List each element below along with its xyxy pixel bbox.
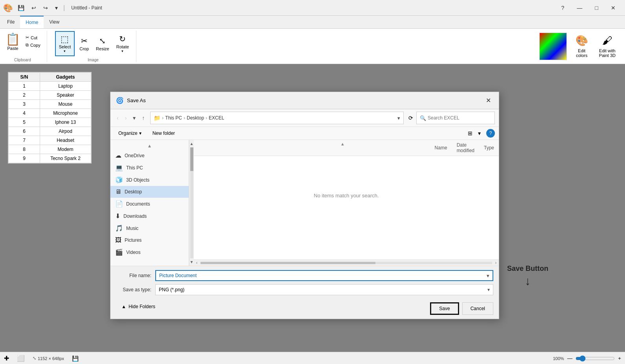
cell-sn: 4 bbox=[9, 109, 40, 118]
col-header-name[interactable]: Name bbox=[430, 140, 452, 156]
new-btn[interactable]: ✚ bbox=[4, 355, 9, 362]
address-desktop[interactable]: Desktop bbox=[187, 115, 204, 121]
view-btn-2[interactable]: ▾ bbox=[476, 129, 483, 138]
paste-icon: 📋 bbox=[6, 32, 20, 46]
cell-gadget: Modem bbox=[40, 145, 91, 154]
save-btn[interactable]: Save bbox=[430, 302, 459, 315]
select-tool-btn[interactable]: ⬜ bbox=[17, 355, 25, 362]
status-bar: ✚ ⬜ ⤡ 1152 × 648px 💾 100% — + bbox=[0, 352, 625, 364]
h-scroll-left[interactable]: ‹ bbox=[195, 260, 199, 266]
dialog-close-btn[interactable]: ✕ bbox=[483, 96, 493, 105]
col-header-type[interactable]: Type bbox=[479, 140, 499, 156]
nav-item-this-pc[interactable]: 💻This PC bbox=[110, 162, 189, 174]
tab-home[interactable]: Home bbox=[20, 16, 44, 28]
refresh-btn[interactable]: ⟳ bbox=[407, 113, 415, 123]
cut-btn[interactable]: ✂ Cut bbox=[24, 34, 42, 41]
col-header-date[interactable]: Date modified bbox=[452, 140, 479, 156]
crop-icon: ✂ bbox=[81, 36, 88, 46]
zoom-out-btn[interactable]: — bbox=[567, 355, 572, 361]
resize-btn[interactable]: ⤡ Resize bbox=[94, 35, 112, 53]
nav-item-videos[interactable]: 🎬Videos bbox=[110, 246, 189, 258]
forward-btn[interactable]: › bbox=[123, 113, 129, 123]
copy-btn[interactable]: ⧉ Copy bbox=[24, 42, 42, 48]
save-status-btn[interactable]: 💾 bbox=[72, 355, 79, 362]
up-btn[interactable]: ↑ bbox=[140, 113, 147, 123]
address-dropdown-btn[interactable]: ▾ bbox=[397, 115, 400, 121]
edit-colors-label: Editcolors bbox=[576, 48, 587, 58]
hide-folders-arrow: ▲ bbox=[121, 304, 126, 309]
h-scroll-thumb bbox=[200, 262, 375, 264]
file-name-dropdown[interactable]: ▾ bbox=[487, 273, 489, 279]
nav-pane-container: ▲ ☁OneDrive💻This PC🧊3D Objects🖥Desktop📄D… bbox=[110, 140, 194, 266]
col-header-gadgets: Gadgets bbox=[40, 73, 91, 82]
edit-colors-icon: 🎨 bbox=[575, 35, 588, 47]
search-icon: 🔍 bbox=[420, 115, 426, 121]
search-input[interactable] bbox=[428, 115, 491, 121]
nav-item-desktop[interactable]: 🖥Desktop bbox=[110, 186, 189, 198]
back-btn[interactable]: ‹ bbox=[114, 113, 121, 123]
tab-view[interactable]: View bbox=[44, 16, 65, 28]
help-btn[interactable]: ? bbox=[555, 0, 571, 16]
minimize-btn[interactable]: — bbox=[571, 0, 589, 16]
cut-label: Cut bbox=[31, 35, 37, 40]
save-type-label: Save as type: bbox=[116, 287, 155, 292]
copy-icon: ⧉ bbox=[26, 42, 29, 48]
folder-icon: 📁 bbox=[154, 115, 160, 121]
color-palette[interactable] bbox=[539, 33, 567, 60]
table-row: 5Iphone 13 bbox=[9, 118, 91, 127]
address-this-pc[interactable]: This PC bbox=[165, 115, 182, 121]
address-excel[interactable]: EXCEL bbox=[209, 115, 224, 121]
quick-access-dropdown[interactable]: ▾ bbox=[53, 3, 60, 13]
select-dropdown[interactable]: ▾ bbox=[64, 49, 66, 53]
data-table: S/N Gadgets 1Laptop2Speaker3Mouse4Microp… bbox=[8, 72, 91, 163]
nav-item-downloads[interactable]: ⬇Downloads bbox=[110, 210, 189, 222]
dialog-toolbar: ‹ › ▾ ↑ 📁 › This PC › Desktop › EXCEL ▾ … bbox=[110, 109, 499, 127]
new-folder-btn[interactable]: New folder bbox=[149, 129, 179, 138]
nav-item-icon: 📄 bbox=[115, 200, 123, 208]
file-name-input[interactable] bbox=[159, 273, 485, 278]
zoom-in-btn[interactable]: + bbox=[618, 355, 621, 361]
redo-btn[interactable]: ↪ bbox=[41, 3, 50, 13]
app-title: Untitled - Paint bbox=[71, 5, 102, 11]
organize-btn[interactable]: Organize ▾ bbox=[114, 129, 145, 138]
nav-item-music[interactable]: 🎵Music bbox=[110, 222, 189, 234]
help-icon-btn[interactable]: ? bbox=[486, 129, 495, 138]
edit-colors-btn[interactable]: 🎨 Editcolors bbox=[573, 32, 590, 60]
dropdown-btn[interactable]: ▾ bbox=[131, 113, 138, 123]
nav-item-documents[interactable]: 📄Documents bbox=[110, 198, 189, 210]
cancel-btn[interactable]: Cancel bbox=[462, 302, 493, 315]
h-scroll-right[interactable]: › bbox=[494, 260, 498, 266]
select-label: Select bbox=[59, 44, 71, 49]
tab-file[interactable]: File bbox=[2, 16, 20, 28]
nav-item-icon: 🎵 bbox=[115, 224, 123, 232]
crop-btn[interactable]: ✂ Crop bbox=[77, 35, 91, 53]
close-btn[interactable]: ✕ bbox=[605, 0, 622, 16]
h-scroll-track[interactable] bbox=[200, 262, 492, 264]
nav-item-3d-objects[interactable]: 🧊3D Objects bbox=[110, 174, 189, 186]
nav-item-onedrive[interactable]: ☁OneDrive bbox=[110, 149, 189, 162]
select-btn[interactable]: ⬚ Select ▾ bbox=[55, 31, 75, 56]
maximize-btn[interactable]: □ bbox=[589, 0, 605, 16]
hide-folders-label: Hide Folders bbox=[129, 304, 155, 309]
nav-item-pictures[interactable]: 🖼Pictures bbox=[110, 234, 189, 246]
scroll-track[interactable] bbox=[190, 147, 193, 258]
undo-btn[interactable]: ↩ bbox=[29, 3, 39, 13]
save-quick-btn[interactable]: 💾 bbox=[15, 3, 27, 13]
nav-scroll-up[interactable]: ▲ bbox=[110, 142, 189, 149]
copy-label: Copy bbox=[30, 43, 40, 48]
paste-btn[interactable]: 📋 Paste bbox=[3, 31, 22, 52]
cell-gadget: Headset bbox=[40, 136, 91, 145]
zoom-slider[interactable] bbox=[575, 355, 615, 362]
address-bar[interactable]: 📁 › This PC › Desktop › EXCEL ▾ bbox=[150, 112, 404, 124]
organize-label: Organize bbox=[118, 131, 138, 136]
table-body: 1Laptop2Speaker3Mouse4Microphone5Iphone … bbox=[9, 82, 91, 163]
save-type-select[interactable]: PNG (*.png) ▾ bbox=[155, 284, 493, 295]
view-btn-1[interactable]: ⊞ bbox=[465, 129, 475, 138]
title-bar: 🎨 💾 ↩ ↪ ▾ | Untitled - Paint ? — □ ✕ bbox=[0, 0, 625, 16]
hide-folders-btn[interactable]: ▲ Hide Folders bbox=[116, 301, 161, 312]
clipboard-label: Clipboard bbox=[14, 58, 31, 62]
file-list-header: ▲ Name Date modified Type bbox=[194, 140, 499, 156]
rotate-btn[interactable]: ↻ Rotate ▾ bbox=[114, 33, 131, 55]
dialog-title-bar: 🌀 Save As ✕ bbox=[110, 92, 499, 109]
edit-paint3d-btn[interactable]: 🖌 Edit withPaint 3D bbox=[597, 32, 618, 60]
